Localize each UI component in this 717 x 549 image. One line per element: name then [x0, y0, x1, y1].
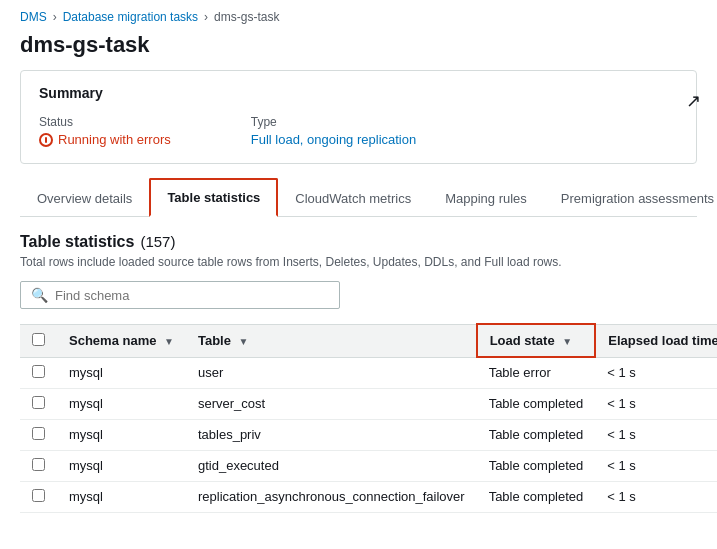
section-title: Table statistics — [20, 233, 134, 251]
row-schema-4: mysql — [57, 481, 186, 512]
tab-overview[interactable]: Overview details — [20, 180, 149, 216]
status-label: Status — [39, 115, 171, 129]
row-table-4: replication_asynchronous_connection_fail… — [186, 481, 477, 512]
table-body: mysql user Table error < 1 s mysql serve… — [20, 357, 717, 512]
row-checkbox-cell — [20, 450, 57, 481]
row-checkbox-cell — [20, 419, 57, 450]
loadstate-label: Load state — [490, 333, 555, 348]
row-checkbox-1[interactable] — [32, 396, 45, 409]
row-schema-3: mysql — [57, 450, 186, 481]
tab-table-statistics[interactable]: Table statistics — [149, 178, 278, 217]
breadcrumb-migration-tasks[interactable]: Database migration tasks — [63, 10, 198, 24]
row-checkbox-cell — [20, 357, 57, 388]
type-field: Type Full load, ongoing replication — [251, 115, 417, 147]
row-elapsed-4: < 1 s — [595, 481, 717, 512]
type-value: Full load, ongoing replication — [251, 132, 417, 147]
row-elapsed-1: < 1 s — [595, 388, 717, 419]
table-sort-icon[interactable]: ▼ — [239, 336, 249, 347]
search-icon: 🔍 — [31, 287, 48, 303]
header-table[interactable]: Table ▼ — [186, 324, 477, 357]
data-table: Schema name ▼ Table ▼ Load state ▼ Elaps… — [20, 323, 717, 513]
table-row: mysql tables_priv Table completed < 1 s — [20, 419, 717, 450]
table-row: mysql replication_asynchronous_connectio… — [20, 481, 717, 512]
row-loadstate-1: Table completed — [477, 388, 596, 419]
status-text: Running with errors — [58, 132, 171, 147]
table-row: mysql gtid_executed Table completed < 1 … — [20, 450, 717, 481]
row-checkbox-cell — [20, 388, 57, 419]
breadcrumb-sep-2: › — [204, 10, 208, 24]
loadstate-sort-icon[interactable]: ▼ — [562, 336, 572, 347]
row-table-1: server_cost — [186, 388, 477, 419]
schema-sort-icon[interactable]: ▼ — [164, 336, 174, 347]
breadcrumb-dms[interactable]: DMS — [20, 10, 47, 24]
breadcrumb-sep-1: › — [53, 10, 57, 24]
row-table-3: gtid_executed — [186, 450, 477, 481]
row-checkbox-2[interactable] — [32, 427, 45, 440]
row-elapsed-2: < 1 s — [595, 419, 717, 450]
table-row: mysql user Table error < 1 s — [20, 357, 717, 388]
schema-label: Schema name — [69, 333, 156, 348]
summary-card: Summary Status Running with errors Type … — [20, 70, 697, 164]
tab-cloudwatch[interactable]: CloudWatch metrics — [278, 180, 428, 216]
section-subtitle: Total rows include loaded source table r… — [20, 255, 697, 269]
summary-title: Summary — [39, 85, 678, 101]
search-bar[interactable]: 🔍 — [20, 281, 340, 309]
status-field: Status Running with errors — [39, 115, 171, 147]
content-area: Table statistics (157) Total rows includ… — [0, 217, 717, 513]
row-elapsed-0: < 1 s — [595, 357, 717, 388]
table-header-row: Schema name ▼ Table ▼ Load state ▼ Elaps… — [20, 324, 717, 357]
row-table-0: user — [186, 357, 477, 388]
status-error-icon — [39, 133, 53, 147]
table-label: Table — [198, 333, 231, 348]
breadcrumb-current: dms-gs-task — [214, 10, 279, 24]
row-loadstate-3: Table completed — [477, 450, 596, 481]
select-all-checkbox[interactable] — [32, 333, 45, 346]
row-checkbox-0[interactable] — [32, 365, 45, 378]
header-schema[interactable]: Schema name ▼ — [57, 324, 186, 357]
summary-row: Status Running with errors Type Full loa… — [39, 115, 678, 147]
elapsed-label: Elapsed load time — [608, 333, 717, 348]
status-value: Running with errors — [39, 132, 171, 147]
table-row: mysql server_cost Table completed < 1 s — [20, 388, 717, 419]
row-schema-0: mysql — [57, 357, 186, 388]
tabs-bar: Overview details Table statistics CloudW… — [20, 178, 697, 217]
row-table-2: tables_priv — [186, 419, 477, 450]
tab-premigration[interactable]: Premigration assessments — [544, 180, 717, 216]
type-label: Type — [251, 115, 417, 129]
header-loadstate[interactable]: Load state ▼ — [477, 324, 596, 357]
section-count: (157) — [140, 233, 175, 250]
row-checkbox-3[interactable] — [32, 458, 45, 471]
header-checkbox-col — [20, 324, 57, 357]
row-elapsed-3: < 1 s — [595, 450, 717, 481]
row-checkbox-cell — [20, 481, 57, 512]
breadcrumb: DMS › Database migration tasks › dms-gs-… — [0, 0, 717, 28]
row-schema-2: mysql — [57, 419, 186, 450]
page-title: dms-gs-task — [0, 28, 717, 70]
header-elapsed[interactable]: Elapsed load time — [595, 324, 717, 357]
tab-mapping[interactable]: Mapping rules — [428, 180, 544, 216]
row-checkbox-4[interactable] — [32, 489, 45, 502]
row-schema-1: mysql — [57, 388, 186, 419]
search-input[interactable] — [55, 288, 329, 303]
row-loadstate-4: Table completed — [477, 481, 596, 512]
row-loadstate-0: Table error — [477, 357, 596, 388]
row-loadstate-2: Table completed — [477, 419, 596, 450]
